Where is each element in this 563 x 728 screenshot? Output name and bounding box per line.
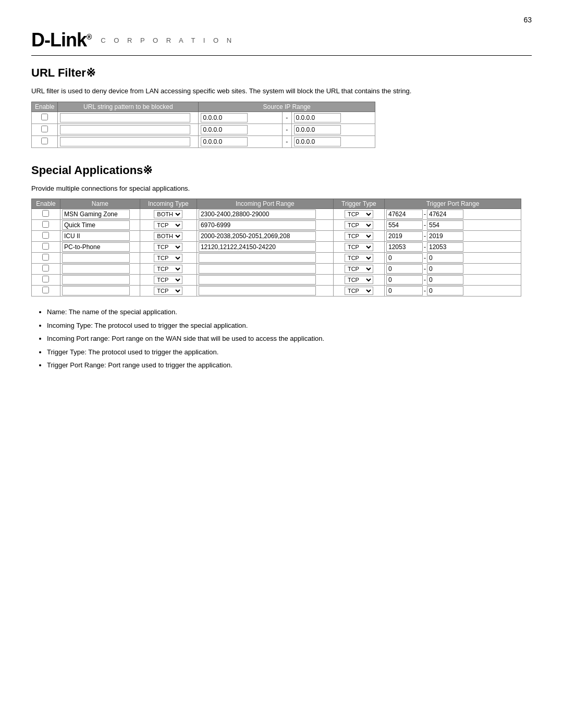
sa-trigger-to-5[interactable] [427,264,463,274]
url-ip-to-cell [291,135,375,147]
sa-incoming-port-input-2[interactable] [199,231,316,241]
url-enable-checkbox-2[interactable] [41,138,48,144]
sa-trigger-from-6[interactable] [386,275,423,285]
sa-trigger-type-select-1[interactable]: TCPUDPBOTH [345,221,373,229]
special-app-row: TCPUDPBOTH TCPUDPBOTH - [32,253,521,264]
sa-trigger-to-3[interactable] [427,242,463,252]
url-table-header-source: Source IP Range [199,102,375,112]
sa-incoming-port-input-4[interactable] [199,253,316,263]
url-table-header-enable: Enable [32,102,58,112]
sa-trigger-from-0[interactable] [386,209,423,219]
sa-enable-checkbox-3[interactable] [42,243,49,250]
sa-enable-checkbox-7[interactable] [42,287,49,293]
sa-trigger-to-2[interactable] [427,231,463,241]
sa-trigger-type-select-3[interactable]: TCPUDPBOTH [345,243,373,251]
url-pattern-cell [58,112,199,124]
sa-name-input-3[interactable] [62,242,130,252]
sa-trigger-from-3[interactable] [386,242,423,252]
sa-incoming-type-cell: TCPUDPBOTH [140,286,197,297]
sa-trigger-to-6[interactable] [427,275,463,285]
url-pattern-input-1[interactable] [60,125,190,134]
url-ip-from-0[interactable] [201,113,248,122]
sa-name-input-1[interactable] [62,220,130,230]
bullet-item-0: Name: The name of the special applicatio… [47,307,532,317]
sa-incoming-type-select-1[interactable]: TCPUDPBOTH [154,221,182,229]
url-pattern-input-2[interactable] [60,137,190,146]
url-ip-from-1[interactable] [201,125,248,134]
sa-incoming-port-input-6[interactable] [199,275,316,285]
sa-incoming-port-input-7[interactable] [199,286,316,295]
sa-incoming-type-select-2[interactable]: TCPUDPBOTH [154,232,182,240]
sa-incoming-type-select-3[interactable]: TCPUDPBOTH [154,243,182,251]
special-applications-section: Special Applications※ Provide multiple c… [31,164,532,371]
url-ip-to-0[interactable] [294,113,341,122]
url-enable-checkbox-0[interactable] [41,114,48,120]
sa-incoming-port-cell [197,209,333,220]
sa-trigger-to-7[interactable] [427,286,463,295]
sa-trigger-from-1[interactable] [386,220,423,230]
sa-name-input-0[interactable] [62,209,130,219]
sa-enable-cell [32,275,60,286]
sa-name-cell [60,209,140,220]
url-ip-dash: - [282,112,291,124]
url-pattern-cell [58,124,199,135]
sa-enable-checkbox-1[interactable] [42,221,49,228]
bullet-item-4: Trigger Port Range: Port range used to t… [47,360,532,371]
url-enable-checkbox-1[interactable] [41,126,48,132]
sa-enable-checkbox-0[interactable] [42,210,49,217]
sa-name-input-4[interactable] [62,253,130,263]
sa-trigger-to-1[interactable] [427,220,463,230]
sa-incoming-port-input-3[interactable] [199,242,316,252]
url-ip-to-2[interactable] [294,137,341,146]
sa-enable-checkbox-6[interactable] [42,276,49,282]
sa-incoming-type-cell: TCPUDPBOTH [140,231,197,242]
sa-trigger-to-0[interactable] [427,209,463,219]
sa-incoming-type-select-6[interactable]: TCPUDPBOTH [154,276,182,284]
sa-enable-checkbox-5[interactable] [42,265,49,272]
sa-trigger-from-4[interactable] [386,253,423,263]
url-ip-to-cell [291,124,375,135]
sa-incoming-type-select-7[interactable]: TCPUDPBOTH [154,287,182,295]
sa-trigger-from-7[interactable] [386,286,423,295]
sa-trigger-type-select-5[interactable]: TCPUDPBOTH [345,265,373,273]
sa-trigger-type-cell: TCPUDPBOTH [333,264,384,275]
url-pattern-input-0[interactable] [60,113,190,122]
sa-trigger-type-select-2[interactable]: TCPUDPBOTH [345,232,373,240]
sa-name-input-7[interactable] [62,286,130,295]
sa-name-cell [60,242,140,253]
sa-trigger-port-cell: - [385,242,521,253]
sa-trigger-type-select-4[interactable]: TCPUDPBOTH [345,254,373,262]
url-ip-dash: - [282,124,291,135]
sa-enable-checkbox-4[interactable] [42,254,49,261]
special-app-row: TCPUDPBOTH TCPUDPBOTH - [32,220,521,231]
sa-name-input-5[interactable] [62,264,130,274]
url-ip-from-2[interactable] [201,137,248,146]
sa-name-input-2[interactable] [62,231,130,241]
sa-trigger-type-select-6[interactable]: TCPUDPBOTH [345,276,373,284]
sa-trigger-port-cell: - [385,264,521,275]
sa-trigger-from-5[interactable] [386,264,423,274]
sa-trigger-port-cell: - [385,231,521,242]
special-app-row: TCPUDPBOTH TCPUDPBOTH - [32,231,521,242]
sa-trigger-from-2[interactable] [386,231,423,241]
url-enable-cell [32,124,58,135]
sa-incoming-type-cell: TCPUDPBOTH [140,242,197,253]
url-pattern-cell [58,135,199,147]
url-ip-to-1[interactable] [294,125,341,134]
sa-incoming-port-input-0[interactable] [199,209,316,219]
sa-name-input-6[interactable] [62,275,130,285]
sa-enable-checkbox-2[interactable] [42,232,49,239]
page-number: 63 [31,16,532,24]
sa-incoming-port-input-1[interactable] [199,220,316,230]
sa-trigger-type-select-7[interactable]: TCPUDPBOTH [345,287,373,295]
sa-incoming-type-select-4[interactable]: TCPUDPBOTH [154,254,182,262]
sa-incoming-type-select-5[interactable]: TCPUDPBOTH [154,265,182,273]
sa-trigger-type-cell: TCPUDPBOTH [333,231,384,242]
url-enable-cell [32,112,58,124]
sa-trigger-type-select-0[interactable]: TCPUDPBOTH [345,210,373,218]
sa-name-cell [60,286,140,297]
sa-trigger-to-4[interactable] [427,253,463,263]
sa-trigger-port-cell: - [385,209,521,220]
sa-incoming-type-select-0[interactable]: TCPUDPBOTH [154,210,182,218]
sa-incoming-port-input-5[interactable] [199,264,316,274]
